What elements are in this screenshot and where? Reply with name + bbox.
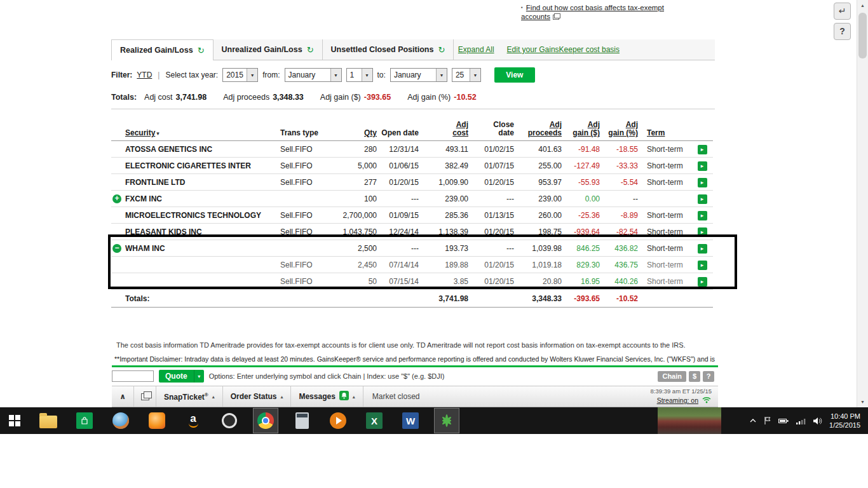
open-date-cell: 12/24/14 (379, 224, 421, 240)
from-day-select[interactable]: 1 ▼ (346, 68, 373, 82)
action-center-flag-icon[interactable] (764, 416, 771, 425)
col-header-term[interactable]: Term (641, 116, 691, 141)
col-header-qty[interactable]: Qty (329, 116, 379, 141)
row-detail-button[interactable]: ▸ (698, 277, 707, 287)
taskbar-icon-chrome[interactable] (253, 408, 278, 433)
trans-type-cell: Sell.FIFO (280, 141, 329, 158)
taskbar-icon-file-explorer[interactable] (36, 408, 61, 433)
taskbar-icon-browser[interactable] (108, 408, 133, 433)
symbol-input[interactable] (112, 370, 154, 382)
quote-button[interactable]: Quote ▾ (159, 370, 204, 383)
col-header-security[interactable]: Security▾ (125, 116, 280, 141)
refresh-icon[interactable]: ↻ (438, 45, 445, 55)
row-detail-button[interactable]: ▸ (698, 145, 707, 154)
expand-row-button[interactable]: + (112, 194, 121, 203)
chevron-down-icon: ▼ (362, 69, 372, 81)
dock-collapse-button[interactable]: ∧ (112, 386, 134, 407)
row-detail-button[interactable]: ▸ (698, 194, 707, 204)
important-disclaimer: **Important Disclaimer: Intraday data is… (114, 355, 724, 363)
security-row: −WHAM INC2,500---193.73---1,039.98846.25… (111, 240, 713, 257)
taskbar-icon-excel[interactable]: X (362, 408, 387, 433)
chain-button[interactable]: Chain (658, 371, 686, 382)
order-status-menu[interactable]: Order Status ▴ (223, 386, 292, 407)
close-date-cell: 01/13/15 (471, 207, 517, 224)
messages-menu[interactable]: Messages ▴ (291, 386, 363, 407)
tab-unrealized-gain-loss[interactable]: Unrealized Gain/Loss ↻ (214, 39, 323, 60)
to-day-select[interactable]: 25 ▼ (452, 68, 481, 82)
open-date-cell: 12/31/14 (379, 141, 421, 158)
row-detail-button[interactable]: ▸ (698, 227, 707, 237)
taskbar-icon-leaf-app[interactable] (434, 408, 459, 433)
taskbar-icon-calculator[interactable] (289, 408, 315, 433)
row-detail-button[interactable]: ▸ (698, 178, 707, 187)
term-cell: Short-term (641, 224, 691, 240)
battery-icon[interactable] (778, 417, 789, 424)
help-extension-icon[interactable]: ? (834, 23, 851, 40)
chevron-down-icon: ▼ (330, 69, 341, 81)
tray-time: 10:40 PM (829, 412, 860, 421)
col-header-adj-cost[interactable]: Adj cost (421, 116, 471, 141)
edit-cost-basis-link[interactable]: Edit your GainsKeeper cost basis (507, 45, 620, 54)
row-detail-button[interactable]: ▸ (698, 244, 707, 254)
taskbar-icon-orange-app[interactable] (144, 408, 170, 433)
col-header-adj-gain-dollar[interactable]: Adj gain ($) (564, 116, 602, 141)
view-button[interactable]: View (494, 67, 535, 83)
collapse-row-button[interactable]: − (112, 244, 121, 253)
scrollbar-thumb[interactable] (858, 13, 867, 58)
taskbar-icon-store[interactable] (72, 408, 97, 433)
chevron-down-icon: ▼ (436, 69, 447, 81)
tray-clock[interactable]: 10:40 PM 1/25/2015 (829, 412, 860, 430)
snapticket-menu[interactable]: SnapTicket® ▴ (156, 386, 223, 407)
row-detail-button[interactable]: ▸ (698, 261, 707, 270)
totals-adj-gain-pct: -10.52 (602, 290, 641, 308)
tax-year-select[interactable]: 2015 ▼ (222, 68, 258, 82)
taskbar-icon-amazon[interactable]: a (180, 408, 206, 433)
close-date-cell: 01/20/15 (471, 273, 517, 290)
taskbar-icon-media-player[interactable] (217, 408, 242, 433)
messages-label: Messages (299, 392, 335, 401)
streaming-toggle-link[interactable]: Streaming: on (657, 396, 698, 405)
scroll-up-button[interactable]: ▲ (857, 0, 868, 11)
divider (111, 109, 715, 109)
adj-cost-cell: 189.88 (421, 257, 471, 273)
expand-all-link[interactable]: Expand All (458, 45, 494, 54)
adj-gain-pct-cell: -33.33 (602, 158, 641, 174)
totals-adj-cost: 3,741.98 (421, 290, 471, 308)
security-cell: PLEASANT KIDS INC (125, 224, 280, 240)
return-extension-icon[interactable]: ↵ (834, 3, 851, 20)
question-button[interactable]: ? (703, 371, 714, 382)
vertical-scrollbar[interactable]: ▲ ▼ (857, 0, 868, 407)
scroll-down-button[interactable]: ▼ (857, 396, 868, 407)
table-totals-row: Totals: 3,741.98 3,348.33 -393.65 -10.52 (111, 290, 713, 308)
qty-cell: 2,450 (329, 257, 379, 273)
adj-proceeds-cell: 255.00 (517, 158, 564, 174)
adj-gain-dollar-cell: -939.64 (564, 224, 602, 240)
sort-descending-icon: ▾ (156, 130, 159, 137)
refresh-icon[interactable]: ↻ (198, 46, 205, 55)
tab-realized-gain-loss[interactable]: Realized Gain/Loss ↻ (111, 39, 214, 60)
row-detail-button[interactable]: ▸ (698, 161, 707, 171)
row-detail-button[interactable]: ▸ (698, 211, 707, 220)
taskbar-icon-word[interactable]: W (398, 408, 423, 433)
to-month-select[interactable]: January ▼ (390, 68, 447, 82)
chevron-down-icon[interactable]: ▾ (194, 370, 204, 383)
adj-proceeds-cell: 1,019.18 (517, 257, 564, 273)
network-signal-icon[interactable] (796, 417, 806, 424)
col-header-trans-type: Trans type (280, 116, 329, 141)
close-date-cell: 01/20/15 (471, 174, 517, 191)
refresh-icon[interactable]: ↻ (307, 45, 314, 55)
tax-exempt-link[interactable]: Find out how cost basis affects tax-exem… (521, 4, 664, 20)
taskbar-icon-video-player[interactable] (325, 408, 351, 433)
separator: | (158, 71, 159, 79)
start-button[interactable] (0, 407, 29, 434)
dollar-button[interactable]: $ (689, 371, 700, 382)
from-month-select[interactable]: January ▼ (285, 68, 342, 82)
dock-popout-button[interactable] (134, 386, 156, 407)
volume-icon[interactable] (813, 417, 822, 425)
col-header-adj-gain-pct[interactable]: Adj gain (%) (602, 116, 641, 141)
ytd-link[interactable]: YTD (137, 71, 152, 79)
col-header-adj-proceeds[interactable]: Adj proceeds (517, 116, 564, 141)
tray-chevron-up-icon[interactable] (749, 418, 757, 423)
order-status-label: Order Status (231, 392, 277, 401)
tab-unsettled-closed-positions[interactable]: Unsettled Closed Positions ↻ (323, 39, 454, 60)
